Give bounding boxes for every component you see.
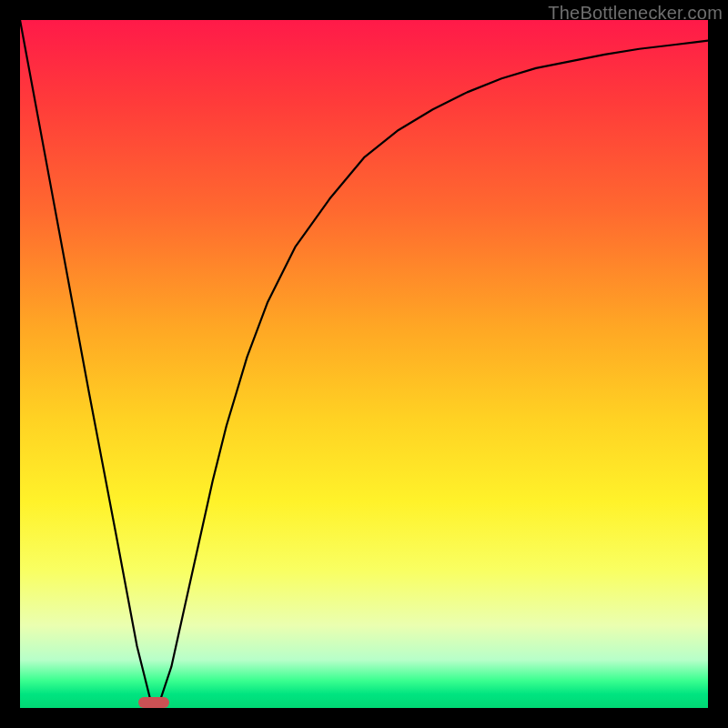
chart-frame: TheBottlenecker.com [0,0,728,728]
watermark-text: TheBottlenecker.com [548,3,723,24]
chart-plot-area [20,20,708,708]
bottleneck-curve [20,20,708,708]
optimal-marker [138,697,169,708]
